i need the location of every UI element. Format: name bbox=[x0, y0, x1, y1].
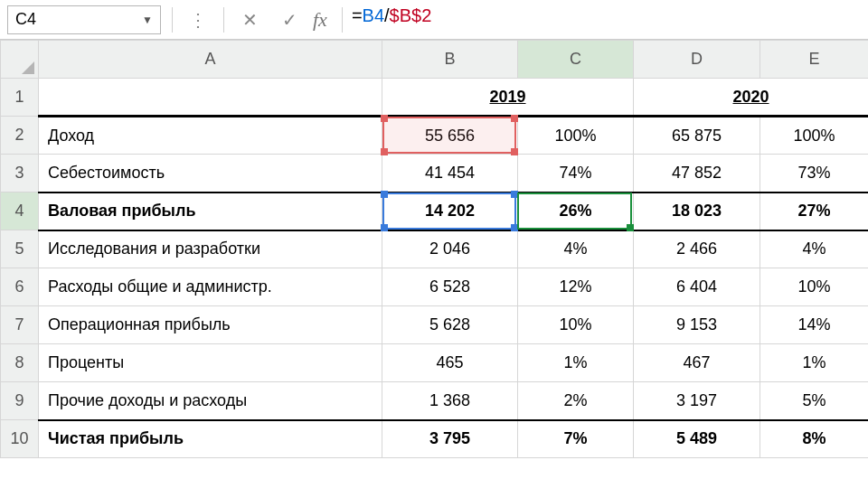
cell-b7[interactable]: 5 628 bbox=[382, 306, 518, 344]
cell-e3[interactable]: 73% bbox=[760, 155, 869, 193]
col-header-a[interactable]: A bbox=[39, 41, 382, 79]
cell-c4[interactable]: 26% bbox=[518, 193, 634, 230]
row-header[interactable]: 4 bbox=[1, 193, 39, 230]
cell-b6[interactable]: 6 528 bbox=[382, 268, 518, 306]
formula-ref-b4: B4 bbox=[363, 5, 384, 25]
cell-e8[interactable]: 1% bbox=[760, 344, 869, 382]
cell-a3[interactable]: Себестоимость bbox=[39, 155, 382, 193]
cell-a4[interactable]: Валовая прибыль bbox=[39, 193, 382, 230]
row-header[interactable]: 1 bbox=[1, 79, 39, 117]
row-header[interactable]: 5 bbox=[1, 230, 39, 268]
cell-d3[interactable]: 47 852 bbox=[634, 155, 760, 193]
cell-c3[interactable]: 74% bbox=[518, 155, 634, 193]
row-header[interactable]: 8 bbox=[1, 344, 39, 382]
cell-b8[interactable]: 465 bbox=[382, 344, 518, 382]
formula-input[interactable]: =B4/$B$2 bbox=[348, 5, 868, 34]
col-header-d[interactable]: D bbox=[634, 41, 760, 79]
row-header[interactable]: 9 bbox=[1, 382, 39, 420]
formula-text: = bbox=[352, 5, 363, 25]
cell-d5[interactable]: 2 466 bbox=[634, 230, 760, 268]
cell-a6[interactable]: Расходы общие и администр. bbox=[39, 268, 382, 306]
cancel-button[interactable]: ✕ bbox=[231, 5, 268, 34]
cell-c6[interactable]: 12% bbox=[518, 268, 634, 306]
col-header-b[interactable]: B bbox=[382, 41, 518, 79]
separator bbox=[223, 7, 224, 33]
cell-a8[interactable]: Проценты bbox=[39, 344, 382, 382]
col-header-e[interactable]: E bbox=[760, 41, 869, 79]
row-header[interactable]: 7 bbox=[1, 306, 39, 344]
cell-e10[interactable]: 8% bbox=[760, 420, 869, 458]
cell-c9[interactable]: 2% bbox=[518, 382, 634, 420]
cell-a5[interactable]: Исследования и разработки bbox=[39, 230, 382, 268]
cell-d8[interactable]: 467 bbox=[634, 344, 760, 382]
cell-d10[interactable]: 5 489 bbox=[634, 420, 760, 458]
cell-b5[interactable]: 2 046 bbox=[382, 230, 518, 268]
cell-a1[interactable] bbox=[39, 79, 382, 117]
fx-icon[interactable]: fx bbox=[313, 8, 327, 32]
cell-d9[interactable]: 3 197 bbox=[634, 382, 760, 420]
cell-e7[interactable]: 14% bbox=[760, 306, 869, 344]
separator bbox=[342, 7, 343, 33]
row-header[interactable]: 2 bbox=[1, 117, 39, 155]
cell-c5[interactable]: 4% bbox=[518, 230, 634, 268]
cell-b3[interactable]: 41 454 bbox=[382, 155, 518, 193]
cell-c2[interactable]: 100% bbox=[518, 117, 634, 155]
cell-c8[interactable]: 1% bbox=[518, 344, 634, 382]
expand-button[interactable]: ⋮ bbox=[180, 5, 216, 34]
row-header[interactable]: 6 bbox=[1, 268, 39, 306]
row-header[interactable]: 3 bbox=[1, 155, 39, 193]
cell-e5[interactable]: 4% bbox=[760, 230, 869, 268]
formula-ref-b2: $B$2 bbox=[390, 5, 432, 25]
cell-e2[interactable]: 100% bbox=[760, 117, 869, 155]
cell-a7[interactable]: Операционная прибыль bbox=[39, 306, 382, 344]
formula-bar: C4 ▼ ⋮ ✕ ✓ fx =B4/$B$2 bbox=[0, 0, 868, 40]
spreadsheet-grid[interactable]: A B C D E 1 2019 2020 2 Доход 55 656 100… bbox=[0, 40, 868, 458]
cell-b2[interactable]: 55 656 bbox=[382, 117, 518, 155]
cell-year-2020[interactable]: 2020 bbox=[634, 79, 869, 117]
chevron-down-icon[interactable]: ▼ bbox=[142, 14, 153, 26]
cell-e4[interactable]: 27% bbox=[760, 193, 869, 230]
col-header-c[interactable]: C bbox=[518, 41, 634, 79]
cell-c7[interactable]: 10% bbox=[518, 306, 634, 344]
name-box[interactable]: C4 ▼ bbox=[7, 5, 161, 34]
select-all-corner[interactable] bbox=[1, 41, 39, 79]
cell-a10[interactable]: Чистая прибыль bbox=[39, 420, 382, 458]
cell-a2[interactable]: Доход bbox=[39, 117, 382, 155]
separator bbox=[172, 7, 173, 33]
cell-d7[interactable]: 9 153 bbox=[634, 306, 760, 344]
name-box-value: C4 bbox=[15, 10, 36, 29]
cell-b9[interactable]: 1 368 bbox=[382, 382, 518, 420]
cell-e9[interactable]: 5% bbox=[760, 382, 869, 420]
enter-button[interactable]: ✓ bbox=[271, 5, 307, 34]
cell-d4[interactable]: 18 023 bbox=[634, 193, 760, 230]
cell-d2[interactable]: 65 875 bbox=[634, 117, 760, 155]
row-header[interactable]: 10 bbox=[1, 420, 39, 458]
cell-year-2019[interactable]: 2019 bbox=[382, 79, 634, 117]
cell-b4[interactable]: 14 202 bbox=[382, 193, 518, 230]
cell-d6[interactable]: 6 404 bbox=[634, 268, 760, 306]
cell-b10[interactable]: 3 795 bbox=[382, 420, 518, 458]
cell-e6[interactable]: 10% bbox=[760, 268, 869, 306]
cell-a9[interactable]: Прочие доходы и расходы bbox=[39, 382, 382, 420]
cell-c10[interactable]: 7% bbox=[518, 420, 634, 458]
